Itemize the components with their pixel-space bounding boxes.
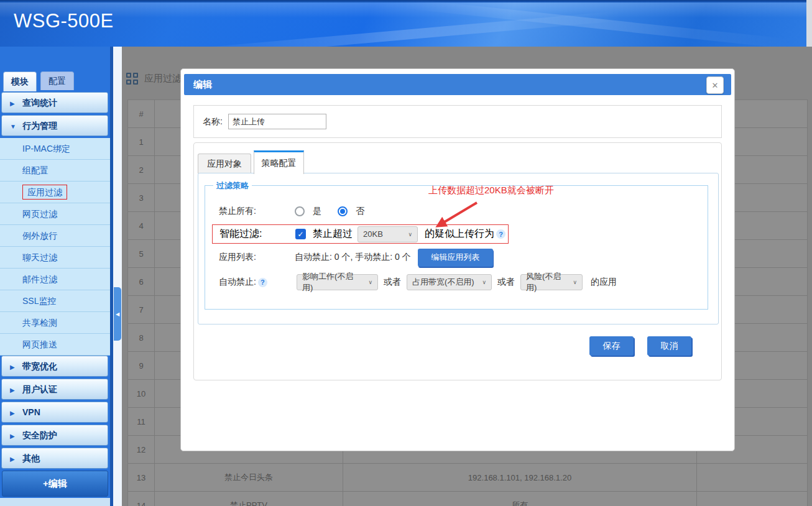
sidebar-menu: ▶查询统计▼行为管理IP-MAC绑定组配置应用过滤网页过滤例外放行聊天过滤邮件过… <box>0 92 110 506</box>
sidebar-item-网页过滤[interactable]: 网页过滤 <box>0 203 110 225</box>
app-list-label: 应用列表: <box>205 252 295 263</box>
threshold-select[interactable]: 20KB ∨ <box>358 226 418 242</box>
sidebar-item-邮件过滤[interactable]: 邮件过滤 <box>0 269 110 290</box>
sidebar-item-label: 应用过滤 <box>22 185 67 200</box>
header-decoration <box>404 0 790 47</box>
risk-select[interactable]: 风险(不启用) ∨ <box>520 274 583 290</box>
sidebar-group-label: VPN <box>22 407 40 417</box>
sidebar-item-label: 邮件过滤 <box>22 274 57 284</box>
sidebar-item-组配置[interactable]: 组配置 <box>0 160 110 182</box>
chevron-down-icon: ∨ <box>482 279 486 285</box>
forbid-all-no-radio[interactable] <box>338 206 348 216</box>
dialog-close-button[interactable]: ✕ <box>706 76 724 94</box>
sidebar-bottom-fill <box>0 498 110 506</box>
sidebar-group-label: 带宽优化 <box>22 361 57 371</box>
auto-forbid-help-icon[interactable]: ? <box>258 278 267 287</box>
bandwidth-select[interactable]: 占用带宽(不启用) ∨ <box>407 274 492 290</box>
expand-arrow-icon: ▶ <box>10 449 22 469</box>
sidebar-collapse-handle[interactable]: ◀ <box>114 287 121 341</box>
expand-arrow-icon: ▶ <box>10 380 22 400</box>
sidebar-group-安全防护[interactable]: ▶安全防护 <box>1 425 108 446</box>
auto-forbid-row: 自动禁止: ? 影响工作(不启用) ∨ 或者 占用带宽(不启用) ∨ 或者 <box>205 272 708 292</box>
expand-arrow-icon: ▶ <box>10 403 22 423</box>
smart-filter-prefix: 禁止超过 <box>313 228 353 241</box>
dialog-title: 编辑 <box>184 74 731 95</box>
annotation-text: 上传数据超过20KB就会被断开 <box>428 185 554 196</box>
sidebar-group-label: 查询统计 <box>22 98 57 108</box>
forbid-all-yes-radio[interactable] <box>295 206 305 216</box>
sidebar-tab-config[interactable]: 配置 <box>40 71 74 90</box>
sidebar-group-其他[interactable]: ▶其他 <box>1 448 108 469</box>
expand-arrow-icon: ▼ <box>10 117 22 137</box>
or-text-1: 或者 <box>384 277 401 288</box>
sidebar-item-label: 共享检测 <box>22 318 57 328</box>
sidebar-item-共享检测[interactable]: 共享检测 <box>0 312 110 334</box>
tab-policy-config[interactable]: 策略配置 <box>254 150 304 174</box>
name-section: 名称: <box>193 105 722 138</box>
collapse-arrow-icon: ◀ <box>116 311 119 317</box>
edit-dialog: 编辑 ✕ 名称: 应用对象 策略配置 过滤策略 禁止所有: 是 <box>180 68 735 451</box>
save-button[interactable]: 保存 <box>589 336 634 356</box>
cancel-button[interactable]: 取消 <box>647 336 691 356</box>
sidebar-group-行为管理[interactable]: ▼行为管理 <box>1 115 108 136</box>
forbid-all-no-label[interactable]: 否 <box>356 206 364 217</box>
close-icon: ✕ <box>712 81 719 90</box>
annotation-arrow-icon <box>428 196 484 234</box>
wsg-admin-screen: WSG-500E 模块 配置 ▶查询统计▼行为管理IP-MAC绑定组配置应用过滤… <box>0 0 812 506</box>
sidebar-group-VPN[interactable]: ▶VPN <box>1 402 108 423</box>
sidebar-group-label: 其他 <box>22 453 40 463</box>
sidebar-group-label: 用户认证 <box>22 384 57 394</box>
edit-app-list-button[interactable]: 编辑应用列表 <box>418 249 493 267</box>
sidebar-gutter: ◀ <box>113 47 122 506</box>
sidebar-item-label: SSL监控 <box>22 296 56 306</box>
sidebar-group-用户认证[interactable]: ▶用户认证 <box>1 379 108 400</box>
chevron-down-icon: ∨ <box>408 231 412 237</box>
sidebar-tab-modules[interactable]: 模块 <box>3 71 37 91</box>
sidebar-item-label: 例外放行 <box>22 231 57 241</box>
app-title: WSG-500E <box>14 10 114 32</box>
auto-forbid-label-wrap: 自动禁止: ? <box>205 277 297 288</box>
sidebar-edit-button[interactable]: +编辑 <box>2 471 108 497</box>
smart-filter-checkbox[interactable]: ✓ <box>295 229 306 239</box>
check-icon: ✓ <box>297 230 303 239</box>
sidebar-item-label: 聊天过滤 <box>22 252 57 262</box>
sidebar-group-带宽优化[interactable]: ▶带宽优化 <box>1 356 108 377</box>
fieldset-legend: 过滤策略 <box>213 180 252 191</box>
expand-arrow-icon: ▶ <box>10 357 22 377</box>
sidebar-group-label: 安全防护 <box>22 430 57 440</box>
sidebar-item-聊天过滤[interactable]: 聊天过滤 <box>0 247 110 269</box>
impact-work-select[interactable]: 影响工作(不启用) ∨ <box>297 274 378 290</box>
sidebar-item-label: 网页过滤 <box>22 209 57 219</box>
chevron-down-icon: ∨ <box>573 279 577 285</box>
auto-forbid-suffix: 的应用 <box>591 277 617 288</box>
sidebar-item-label: 网页推送 <box>22 339 57 349</box>
expand-arrow-icon: ▶ <box>10 426 22 446</box>
dialog-body: 应用对象 策略配置 过滤策略 禁止所有: 是 否 智能过滤: <box>193 142 722 380</box>
sidebar-item-应用过滤[interactable]: 应用过滤 <box>0 182 110 203</box>
name-input[interactable] <box>228 114 326 129</box>
sidebar-group-label: 行为管理 <box>22 121 57 131</box>
sidebar-item-例外放行[interactable]: 例外放行 <box>0 225 110 247</box>
smart-filter-label: 智能过滤: <box>213 228 295 241</box>
sidebar-item-SSL监控[interactable]: SSL监控 <box>0 290 110 312</box>
app-list-summary: 自动禁止: 0 个, 手动禁止: 0 个 <box>295 252 411 263</box>
chevron-down-icon: ∨ <box>368 279 372 285</box>
smart-filter-help-icon[interactable]: ? <box>496 229 505 239</box>
forbid-all-yes-label[interactable]: 是 <box>313 206 321 217</box>
expand-arrow-icon: ▶ <box>10 94 22 114</box>
app-list-row: 应用列表: 自动禁止: 0 个, 手动禁止: 0 个 编辑应用列表 <box>205 247 708 267</box>
tab-application-object[interactable]: 应用对象 <box>198 154 251 173</box>
app-header: WSG-500E <box>0 0 812 47</box>
sidebar-group-查询统计[interactable]: ▶查询统计 <box>1 92 108 113</box>
sidebar: 模块 配置 ▶查询统计▼行为管理IP-MAC绑定组配置应用过滤网页过滤例外放行聊… <box>0 47 113 506</box>
scrollbar-strip <box>806 0 812 47</box>
auto-forbid-label: 自动禁止: <box>219 277 256 288</box>
name-label: 名称: <box>203 116 223 127</box>
sidebar-tabs: 模块 配置 <box>3 71 74 91</box>
sidebar-item-IP-MAC绑定[interactable]: IP-MAC绑定 <box>0 138 110 160</box>
forbid-all-label: 禁止所有: <box>205 206 295 217</box>
sidebar-item-label: 组配置 <box>22 165 48 175</box>
sidebar-item-label: IP-MAC绑定 <box>22 144 70 154</box>
or-text-2: 或者 <box>497 277 515 288</box>
sidebar-item-网页推送[interactable]: 网页推送 <box>0 334 110 356</box>
